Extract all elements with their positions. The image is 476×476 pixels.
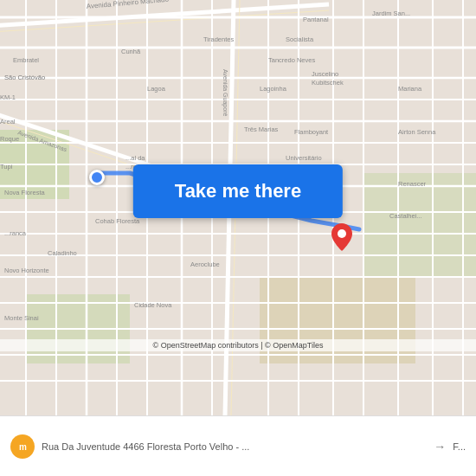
svg-text:Cohab Floresta: Cohab Floresta [95, 217, 140, 225]
svg-text:Socialista: Socialista [286, 35, 314, 43]
svg-text:Kubitschek: Kubitschek [312, 79, 344, 87]
bottom-bar: m Rua Da Juventude 4466 Floresta Porto V… [0, 415, 476, 476]
svg-text:Caladinho: Caladinho [48, 249, 77, 257]
svg-text:Airton Senna: Airton Senna [398, 128, 436, 136]
svg-text:Embratel: Embratel [13, 56, 39, 64]
svg-text:Cidade Nova: Cidade Nova [134, 301, 172, 309]
origin-label: Rua Da Juventude 4466 Floresta Porto Vel… [42, 441, 427, 452]
svg-text:Castalhei...: Castalhei... [389, 212, 422, 220]
svg-text:Universitário: Universitário [286, 154, 322, 162]
svg-text:São Cristóvão: São Cristóvão [4, 74, 45, 81]
moovit-icon: m [10, 434, 35, 459]
svg-text:Mariana: Mariana [398, 85, 422, 93]
svg-text:...al da: ...al da [125, 154, 145, 162]
svg-point-78 [338, 229, 346, 238]
origin-marker [89, 170, 105, 185]
svg-text:Flamboyant: Flamboyant [294, 128, 329, 136]
svg-text:Jardim San...: Jardim San... [372, 10, 410, 17]
svg-text:Monte Sinai: Monte Sinai [4, 314, 39, 322]
svg-text:Avenida Guaporé: Avenida Guaporé [222, 69, 228, 116]
svg-text:Renascer: Renascer [398, 180, 427, 188]
svg-rect-4 [363, 173, 476, 277]
moovit-logo: m [10, 434, 35, 459]
map-attribution: © OpenStreetMap contributors | © OpenMap… [0, 339, 476, 351]
svg-text:Tancredo Neves: Tancredo Neves [268, 56, 315, 64]
svg-text:Três Marias: Três Marias [244, 125, 279, 133]
route-info: Rua Da Juventude 4466 Floresta Porto Vel… [42, 441, 427, 452]
svg-text:KM-1: KM-1 [0, 93, 16, 101]
destination-label: F... [453, 441, 466, 452]
svg-text:Tiradentes: Tiradentes [203, 35, 234, 43]
svg-text:Lagoa: Lagoa [147, 85, 166, 93]
svg-text:...ranca: ...ranca [4, 229, 27, 237]
svg-text:Nova Floresta: Nova Floresta [4, 189, 46, 196]
svg-text:Cunhã: Cunhã [121, 48, 141, 55]
svg-text:Tupi: Tupi [0, 163, 13, 170]
arrow-icon: → [434, 440, 446, 453]
svg-text:Aeroclube: Aeroclube [190, 261, 220, 268]
destination-marker [331, 223, 352, 251]
svg-text:Lagoinha: Lagoinha [260, 85, 287, 93]
svg-text:m: m [19, 442, 27, 452]
svg-text:Pantanal: Pantanal [303, 16, 329, 23]
svg-text:Areal: Areal [0, 118, 16, 125]
svg-text:Novo Horizonte: Novo Horizonte [4, 267, 49, 274]
svg-text:Juscelino: Juscelino [312, 70, 338, 78]
take-me-there-button[interactable]: Take me there [133, 164, 343, 218]
svg-text:Roque: Roque [0, 135, 19, 143]
map-container: Avenida Pinheiro Machado Avenida Amazona… [0, 0, 476, 415]
